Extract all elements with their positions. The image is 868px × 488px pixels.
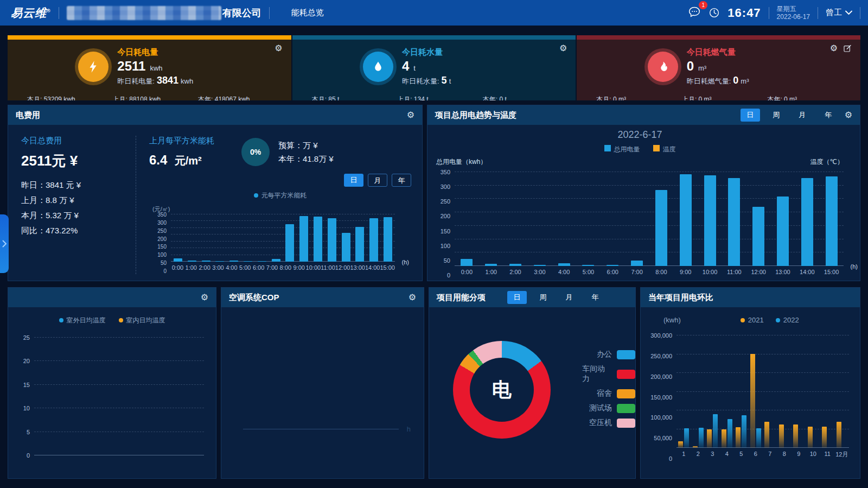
bar — [826, 176, 838, 266]
x-tick-label: 9:00 — [673, 269, 698, 275]
x-tick-label: 10 — [806, 451, 821, 459]
clock-icon — [709, 7, 720, 18]
legend-dot — [776, 318, 780, 322]
sqm-label: 上月每平方米能耗 — [149, 136, 214, 146]
y-tick-label: 5 — [27, 429, 30, 435]
bar-group — [705, 335, 720, 448]
left-axis-label: 总用电量（kwh） — [436, 157, 487, 167]
bar-cell — [649, 172, 674, 266]
y-tick-label: 150,000 — [650, 394, 672, 401]
yesterday-label: 昨日耗水量: — [402, 77, 439, 85]
bar — [750, 354, 755, 448]
bar-group — [691, 335, 706, 448]
bar — [742, 415, 746, 448]
y-tick-label: 200,000 — [650, 373, 672, 380]
y-tick-label: 50 — [161, 260, 167, 266]
kpi-card-electricity: ⚙ 今日耗电量 2511kwh 昨日耗电量:3841kwh 本月: 53209 … — [8, 35, 291, 100]
company-suffix: 有限公司 — [222, 7, 261, 20]
gear-icon[interactable]: ⚙ — [559, 44, 567, 53]
gear-icon[interactable]: ⚙ — [845, 111, 852, 119]
bar — [558, 263, 570, 266]
y-tick-label: 300,000 — [650, 332, 672, 339]
y-tick-label: 350 — [441, 169, 450, 175]
bar-group — [676, 335, 691, 448]
bar — [485, 264, 497, 266]
bar — [764, 422, 769, 448]
y-tick-label: 300 — [441, 183, 450, 190]
legend-swatch — [653, 145, 660, 151]
gear-icon[interactable]: ⚙ — [275, 44, 282, 53]
gear-icon[interactable]: ⚙ — [407, 111, 414, 119]
x-tick-label: 11 — [820, 451, 835, 459]
tab-week[interactable]: 周 — [767, 109, 786, 122]
gear-icon[interactable]: ⚙ — [409, 293, 416, 302]
tab-month[interactable]: 月 — [559, 291, 579, 304]
bar — [461, 259, 473, 266]
y-axis: 050,000100,000150,000200,000250,000300,0… — [646, 335, 676, 459]
company-name: 有限公司 — [67, 6, 261, 20]
bar — [756, 428, 761, 448]
bar — [779, 424, 784, 448]
legend-swatch — [617, 389, 635, 398]
bar-cell — [171, 214, 185, 262]
tab-week[interactable]: 周 — [533, 291, 553, 304]
x-tick-label: 3 — [705, 451, 720, 459]
bar-cell — [339, 214, 353, 262]
kpi-unit: kwh — [150, 64, 162, 72]
sqm-value: 6.4 — [149, 153, 167, 167]
tab-year[interactable]: 年 — [819, 109, 838, 122]
bar — [722, 429, 726, 448]
x-tick-label: 12:00 — [335, 264, 350, 271]
bar — [704, 175, 716, 266]
gridline — [34, 455, 204, 455]
x-tick-label: 0:00 — [455, 269, 479, 275]
edit-icon[interactable] — [843, 44, 852, 53]
stat-lastmonth: 上月: 88108 kwh — [113, 95, 199, 100]
kpi-value: 2511 — [117, 59, 145, 73]
card-accent-strip — [577, 35, 860, 40]
tab-year[interactable]: 年 — [392, 174, 411, 187]
sidebar-expand-handle[interactable] — [0, 214, 9, 273]
nav-item-energy-overview[interactable]: 能耗总览 — [291, 8, 324, 18]
bars — [676, 335, 849, 448]
kpi-card-gas: ⚙ 今日耗燃气量 0m³ 昨日耗燃气量:0m³ 本月: 0 m³ 上月: 0 m… — [577, 35, 860, 100]
tab-day[interactable]: 日 — [741, 109, 760, 122]
gear-icon[interactable]: ⚙ — [830, 44, 838, 53]
tab-day[interactable]: 日 — [507, 291, 527, 304]
x-tick-label: 1:00 — [479, 269, 503, 275]
messages-button[interactable]: 1 — [688, 5, 701, 21]
panel-title: 项目用能分项 — [437, 293, 486, 303]
right-axis-label: 温度（℃） — [810, 157, 844, 167]
tab-day[interactable]: 日 — [344, 174, 363, 187]
bar — [355, 227, 364, 262]
bar — [736, 427, 741, 448]
bar — [808, 427, 813, 448]
donut-legend: 办公车间动力宿舍测试场空压机 — [582, 350, 635, 478]
x-tick-label: 6:00 — [252, 264, 265, 271]
bar — [188, 261, 196, 262]
plot — [34, 338, 204, 455]
date-block: 星期五 2022-06-17 — [777, 5, 810, 21]
divider — [818, 7, 818, 19]
gear-icon[interactable]: ⚙ — [201, 293, 208, 302]
tab-month[interactable]: 月 — [793, 109, 812, 122]
chart-date-title: 2022-6-17 — [436, 129, 844, 141]
bar — [285, 224, 294, 262]
tab-month[interactable]: 月 — [368, 174, 387, 187]
x-axis-unit: (h) — [851, 263, 858, 270]
donut-center-label: 电 — [492, 377, 512, 403]
donut-legend-item: 空压机 — [582, 418, 635, 428]
x-tick-label: 2:00 — [503, 269, 528, 275]
today-cost-label: 今日总费用 — [21, 136, 130, 146]
legend-item: 温度 — [653, 145, 676, 154]
bar-cell — [527, 172, 552, 266]
panel-temperature: ⚙ 室外日均温度 室内日均温度 0510152025 — [8, 287, 216, 479]
x-tick-label: 4:00 — [225, 264, 238, 271]
x-tick-label: 13:00 — [350, 264, 365, 271]
bar-cell — [819, 172, 844, 266]
tab-year[interactable]: 年 — [585, 291, 605, 304]
bar-cell — [771, 172, 795, 266]
plot: (h) — [455, 172, 844, 266]
user-menu[interactable]: 曾工 — [826, 8, 852, 18]
donut-legend-item: 测试场 — [582, 403, 635, 413]
